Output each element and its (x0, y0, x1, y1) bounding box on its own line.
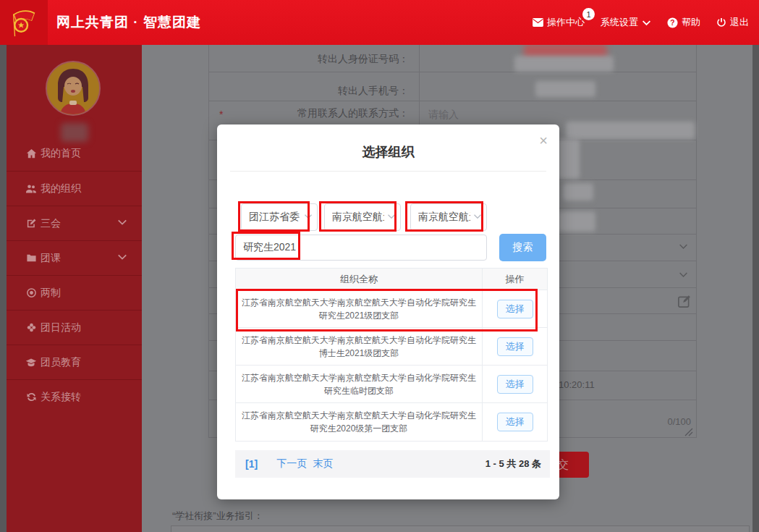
current-page[interactable]: [1] (245, 458, 258, 470)
table-row: 江苏省南京航空航天大学南京航空航天大学自动化学院研究生研究生2021级团支部 选… (236, 290, 547, 328)
pinwheel-icon (25, 322, 37, 334)
sidebar-item-member-education[interactable]: 团员教育 (7, 345, 142, 379)
select-org-button[interactable]: 选择 (497, 375, 533, 394)
app-header: 网上共青团 · 智慧团建 操作中心 1 系统设置 ? 帮助 (0, 0, 759, 45)
org-name: 江苏省南京航空航天大学南京航空航天大学自动化学院研究生研究生临时团支部 (236, 366, 483, 402)
form-label-id-number: 转出人身份证号码： (221, 53, 409, 66)
column-header-action: 操作 (483, 269, 547, 290)
chevron-down-icon (117, 252, 127, 264)
question-circle-icon: ? (667, 17, 678, 28)
table-row: 江苏省南京航空航天大学南京航空航天大学自动化学院研究生研究生2020级第一团支部… (236, 403, 547, 441)
sidebar-item-relationship-transfer[interactable]: 关系接转 (7, 379, 142, 414)
sidebar-item-two-systems[interactable]: 两制 (7, 275, 142, 310)
time-fragment: 10:20:11 (559, 379, 595, 390)
censored-value (563, 183, 593, 200)
sidebar-item-organization[interactable]: 我的组织 (7, 171, 142, 206)
notification-badge: 1 (582, 8, 595, 20)
right-edge-strip (752, 45, 759, 532)
contact-input[interactable] (428, 106, 544, 123)
select-value: 南京航空航天 (418, 211, 470, 224)
sidebar-item-home[interactable]: 我的首页 (7, 136, 142, 171)
sidebar-item-label: 两制 (41, 287, 61, 300)
org-level3-select[interactable]: 南京航空航天 (410, 203, 487, 231)
select-value: 团江苏省委 (249, 211, 301, 224)
censored-value (558, 211, 595, 232)
sidebar-item-label: 关系接转 (41, 391, 81, 404)
close-icon[interactable]: × (539, 133, 548, 148)
chevron-down-icon (117, 217, 127, 229)
org-name: 江苏省南京航空航天大学南京航空航天大学自动化学院研究生博士生2021级团支部 (236, 328, 483, 365)
sidebar-item-league-day[interactable]: 团日活动 (7, 310, 142, 345)
pagination-summary: 1 - 5 共 28 条 (485, 457, 541, 470)
censored-value (566, 122, 695, 139)
last-page-link[interactable]: 末页 (313, 457, 333, 470)
league-emblem-icon (7, 6, 41, 39)
search-button[interactable]: 搜索 (499, 234, 546, 261)
select-org-button[interactable]: 选择 (497, 337, 533, 356)
transfer-arrows-icon (25, 392, 37, 403)
graduation-cap-icon (25, 357, 37, 368)
bullseye-icon (25, 287, 37, 299)
nav-action-center[interactable]: 操作中心 1 (533, 16, 585, 29)
sidebar-menu: 我的首页 我的组织 三会 (7, 136, 142, 414)
folder-icon (25, 253, 37, 264)
next-page-link[interactable]: 下一页 (276, 457, 307, 470)
app-window: 转出人身份证号码： 转出人手机号： * 常用联系人的联系方式： 10:20:11… (0, 0, 759, 532)
guide-heading: “学社衔接”业务指引： (172, 510, 263, 523)
modal-title: 选择组织 (217, 143, 559, 161)
avatar-illustration (47, 62, 99, 114)
censored-value (514, 56, 614, 72)
nav-label: 操作中心 (547, 16, 585, 29)
column-header-name: 组织全称 (236, 269, 483, 290)
resize-handle-icon[interactable] (684, 426, 693, 439)
chevron-down-icon (304, 211, 313, 223)
modal-divider (230, 171, 546, 172)
sidebar-item-league-class[interactable]: 团课 (7, 240, 142, 275)
select-org-button[interactable]: 选择 (497, 413, 533, 431)
table-header: 组织全称 操作 (236, 269, 547, 290)
pagination: [1] 下一页 末页 1 - 5 共 28 条 (235, 450, 550, 478)
nav-label: 退出 (730, 16, 749, 29)
sidebar-item-label: 团员教育 (41, 356, 81, 369)
chevron-down-icon (473, 211, 482, 223)
select-org-button[interactable]: 选择 (497, 300, 533, 318)
chevron-down-icon[interactable] (679, 241, 688, 254)
chevron-down-icon (387, 211, 396, 223)
edit-pencil-icon[interactable] (677, 294, 692, 311)
sidebar: 我的首页 我的组织 三会 (7, 45, 142, 532)
sidebar-item-label: 团课 (41, 252, 61, 265)
form-label-contact: 常用联系人的联系方式： (221, 107, 409, 120)
avatar (46, 61, 101, 116)
sidebar-item-label: 三会 (41, 217, 61, 230)
nav-label: 系统设置 (601, 16, 638, 29)
nav-label: 帮助 (682, 16, 700, 29)
nav-help[interactable]: ? 帮助 (667, 16, 700, 29)
org-level2-select[interactable]: 南京航空航天 (324, 203, 401, 231)
table-row: 江苏省南京航空航天大学南京航空航天大学自动化学院研究生博士生2021级团支部 选… (236, 328, 547, 366)
sidebar-item-meetings[interactable]: 三会 (7, 206, 142, 240)
org-name: 江苏省南京航空航天大学南京航空航天大学自动化学院研究生研究生2021级团支部 (236, 290, 483, 327)
censored-value (535, 81, 595, 97)
envelope-icon (533, 18, 543, 27)
home-icon (25, 148, 37, 159)
sidebar-item-label: 我的组织 (41, 182, 81, 195)
nav-logout[interactable]: 退出 (716, 16, 749, 29)
organization-table: 组织全称 操作 江苏省南京航空航天大学南京航空航天大学自动化学院研究生研究生20… (235, 268, 548, 442)
edit-square-icon (25, 218, 37, 229)
svg-text:?: ? (670, 19, 674, 27)
org-level1-select[interactable]: 团江苏省委 (241, 203, 318, 231)
form-row-line (208, 72, 697, 72)
table-row: 江苏省南京航空航天大学南京航空航天大学自动化学院研究生研究生临时团支部 选择 (236, 366, 547, 403)
nav-system-settings[interactable]: 系统设置 (601, 16, 651, 29)
top-nav: 操作中心 1 系统设置 ? 帮助 退出 (533, 0, 749, 45)
chevron-down-icon[interactable] (679, 269, 688, 282)
chevron-down-icon (642, 18, 651, 28)
org-name: 江苏省南京航空航天大学南京航空航天大学自动化学院研究生研究生2020级第一团支部 (236, 403, 483, 441)
app-logo (0, 0, 48, 45)
select-organization-modal: 选择组织 × 团江苏省委 南京航空航天 南京航空航天 搜索 组织全称 (217, 124, 559, 499)
sidebar-item-label: 我的首页 (41, 147, 81, 160)
org-search-input[interactable] (235, 235, 487, 261)
users-icon (25, 183, 37, 195)
guide-box (171, 525, 750, 532)
select-value: 南京航空航天 (332, 211, 384, 224)
